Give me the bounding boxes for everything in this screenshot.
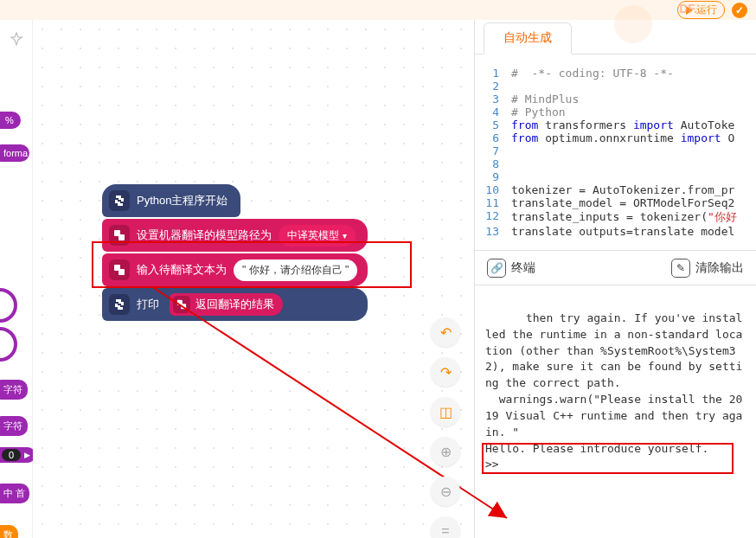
tab-auto-generate[interactable]: 自动生成 bbox=[484, 22, 572, 54]
block-start[interactable]: Python主程序开始 bbox=[102, 184, 240, 217]
terminal-title: 终端 bbox=[511, 260, 535, 276]
brand-text: DF... bbox=[679, 2, 704, 16]
pin-icon[interactable] bbox=[6, 29, 27, 49]
block-input-label: 输入待翻译文本为 bbox=[137, 262, 227, 278]
block-set-model[interactable]: 设置机器翻译的模型路径为 中译英模型 bbox=[102, 219, 368, 252]
svg-rect-3 bbox=[119, 269, 125, 275]
zoom-out-button[interactable]: ⊖ bbox=[431, 477, 460, 506]
rail-forma[interactable]: forma bbox=[0, 144, 29, 162]
translate-input[interactable]: " 你好，请介绍你自己 " bbox=[234, 259, 357, 281]
crop-button[interactable]: ◫ bbox=[431, 397, 460, 426]
translate-icon bbox=[109, 225, 130, 246]
rail-number[interactable]: 0▶ bbox=[0, 447, 35, 463]
rail-circle-2[interactable] bbox=[0, 327, 17, 362]
clear-output-button[interactable]: ✎ 清除输出 bbox=[671, 259, 744, 278]
rail-num-btn[interactable]: 数 bbox=[0, 525, 18, 538]
translate-icon bbox=[109, 259, 130, 280]
clear-icon: ✎ bbox=[671, 259, 690, 278]
block-input-text[interactable]: 输入待翻译文本为 " 你好，请介绍你自己 " bbox=[102, 253, 368, 286]
code-pane: 1# -*- coding: UTF-8 -*-23# MindPlus4# P… bbox=[475, 54, 756, 251]
translate-icon bbox=[173, 296, 190, 313]
left-rail: % forma 字符 字符 0▶ 中 首 数 bbox=[0, 20, 33, 538]
terminal-body[interactable]: then try again. If you've installed the … bbox=[475, 285, 756, 538]
logo-watermark bbox=[614, 5, 652, 43]
rail-mid-first[interactable]: 中 首 bbox=[0, 484, 29, 503]
rail-char-2[interactable]: 字符 bbox=[0, 416, 28, 436]
model-dropdown[interactable]: 中译英模型 bbox=[279, 225, 356, 247]
redo-button[interactable]: ↷ bbox=[431, 357, 460, 387]
fit-button[interactable]: = bbox=[431, 516, 460, 538]
svg-rect-1 bbox=[119, 234, 125, 240]
rail-percent[interactable]: % bbox=[0, 112, 21, 129]
svg-rect-5 bbox=[181, 304, 186, 309]
terminal-output: then try again. If you've installed the … bbox=[485, 311, 742, 471]
rail-char-1[interactable]: 字符 bbox=[0, 380, 28, 400]
rail-circle-1[interactable] bbox=[0, 288, 17, 323]
python-icon bbox=[109, 190, 130, 211]
block-set-model-label: 设置机器翻译的模型路径为 bbox=[137, 227, 272, 243]
block-start-label: Python主程序开始 bbox=[137, 193, 227, 208]
check-icon[interactable]: ✓ bbox=[732, 3, 747, 18]
python-icon bbox=[109, 294, 130, 315]
block-print[interactable]: 打印 返回翻译的结果 bbox=[102, 288, 368, 321]
block-canvas[interactable]: Python主程序开始 设置机器翻译的模型路径为 中译英模型 输入待翻译文本为 … bbox=[33, 20, 474, 538]
undo-button[interactable]: ↶ bbox=[431, 317, 460, 347]
link-icon: 🔗 bbox=[487, 259, 506, 278]
block-print-label: 打印 bbox=[137, 297, 159, 312]
block-return-result[interactable]: 返回翻译的结果 bbox=[170, 293, 283, 316]
zoom-in-button[interactable]: ⊕ bbox=[431, 437, 460, 466]
